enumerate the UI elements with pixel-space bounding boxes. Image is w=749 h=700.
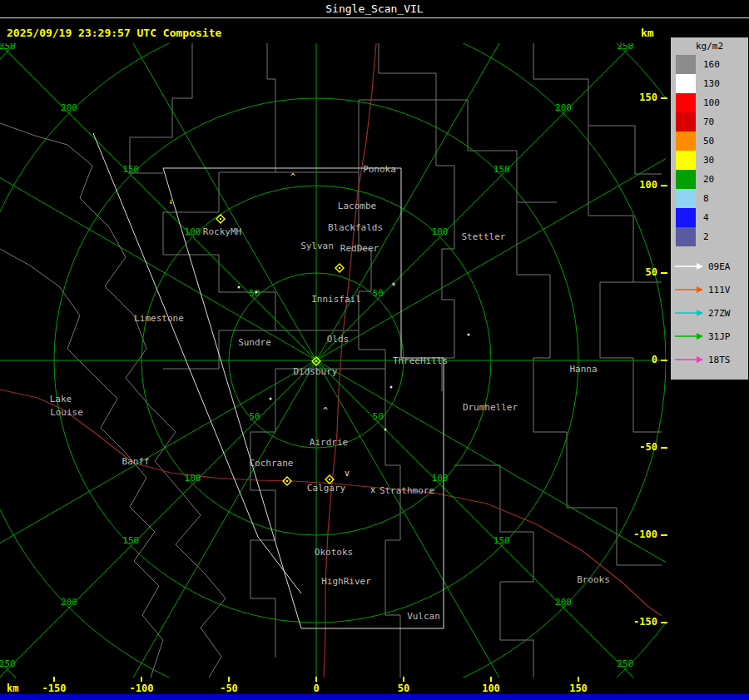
- color-scale-value: 130: [703, 78, 720, 89]
- storm-cell-glyph: *: [391, 281, 396, 290]
- radar-site-dot: [220, 218, 221, 220]
- storm-cell-dot: [384, 429, 387, 431]
- ring-distance-label: 50: [373, 411, 384, 422]
- y-axis-tick: [661, 272, 667, 274]
- x-axis-label: -150: [36, 683, 72, 694]
- city-label: Sundre: [238, 337, 271, 348]
- track-id-label: 31JP: [708, 331, 731, 342]
- radial-line: [316, 360, 666, 593]
- city-label: Lake: [50, 394, 72, 405]
- track-arrow-head: [697, 356, 703, 363]
- municipal-boundary: [436, 100, 454, 391]
- x-axis-label: 50: [385, 683, 422, 694]
- city-label: Didsbury: [294, 366, 338, 377]
- scan-timestamp: 2025/09/19 23:29:57 UTC Composite: [7, 27, 221, 39]
- radial-line: [83, 360, 316, 678]
- color-scale-row: 70: [671, 112, 748, 132]
- ring-distance-label: 100: [432, 226, 449, 237]
- color-swatch: [676, 208, 696, 227]
- storm-cell-dot: [390, 386, 393, 389]
- color-swatch: [676, 132, 696, 151]
- city-label: Olds: [327, 334, 350, 345]
- city-label: Banff: [122, 456, 149, 467]
- color-scale-value: 20: [703, 174, 714, 185]
- ring-distance-label: 100: [432, 473, 449, 484]
- color-scale-value: 8: [703, 193, 709, 204]
- city-label: ThreeHills: [393, 355, 448, 366]
- y-axis-tick: [661, 622, 667, 623]
- x-axis-tick: [53, 677, 55, 682]
- track-arrow-icon: [674, 355, 704, 365]
- color-scale-row: 2: [671, 227, 748, 246]
- municipal-boundary: [275, 100, 359, 172]
- ring-distance-label: 150: [494, 535, 510, 546]
- color-scale-row: 20: [671, 170, 748, 189]
- track-arrow-icon: [674, 285, 704, 295]
- track-id-label: 27ZW: [708, 308, 731, 319]
- track-arrow-head: [697, 286, 703, 293]
- y-axis-label: 0: [624, 354, 657, 365]
- municipal-boundary: [517, 202, 567, 508]
- x-axis-label: -50: [211, 683, 247, 694]
- storm-cell-dot: [468, 334, 470, 336]
- city-label: Okotoks: [315, 547, 353, 558]
- ring-distance-label: 50: [249, 411, 260, 422]
- city-label: Strathmore: [379, 485, 434, 496]
- track-arrow-icon: [674, 308, 704, 318]
- color-scale-value: 100: [703, 97, 720, 108]
- x-axis-tick: [141, 677, 142, 682]
- legend-panel: kg/m2 16013010070503020842 09EA111V27ZW3…: [671, 37, 748, 380]
- city-label: Stettler: [462, 231, 506, 242]
- x-axis-tick: [228, 677, 230, 682]
- y-axis-tick: [661, 185, 667, 186]
- city-label: Louise: [50, 407, 83, 418]
- track-arrow-head: [697, 263, 703, 270]
- track-id-label: 09EA: [708, 261, 731, 272]
- x-axis-label: 150: [560, 683, 597, 694]
- radar-map-canvas[interactable]: 5050505010010010010015015015015020020020…: [0, 43, 666, 678]
- ring-distance-label: 100: [185, 473, 201, 484]
- color-scale-row: 4: [671, 208, 748, 227]
- color-scale: 16013010070503020842: [671, 55, 748, 246]
- y-axis-tick: [661, 97, 667, 99]
- municipal-boundary: [130, 43, 192, 173]
- color-swatch: [676, 227, 696, 246]
- track-legend: 09EA111V27ZW31JP18TS: [671, 255, 748, 371]
- y-axis-label: 150: [624, 92, 657, 103]
- municipal-boundary: [454, 465, 533, 678]
- city-label: RedDeer: [340, 243, 379, 254]
- track-arrow-head: [697, 310, 703, 316]
- x-axis-tick: [578, 677, 579, 682]
- y-axis-tick: [661, 534, 667, 536]
- color-scale-value: 70: [703, 117, 714, 127]
- track-arrow-icon: [674, 331, 704, 341]
- ring-distance-label: 200: [555, 102, 572, 113]
- y-axis-unit-label: km: [641, 27, 654, 39]
- color-scale-row: 50: [671, 132, 748, 151]
- color-scale-value: 2: [703, 231, 709, 242]
- storm-cell-glyph: x: [370, 485, 375, 494]
- color-swatch: [676, 189, 696, 208]
- ring-distance-label: 250: [617, 43, 633, 52]
- track-legend-row: 18TS: [671, 348, 748, 371]
- y-axis-tick: [661, 360, 667, 361]
- y-axis-label: -50: [624, 441, 657, 453]
- track-id-label: 18TS: [708, 355, 731, 365]
- city-label: Limestone: [134, 313, 184, 324]
- ring-distance-label: 200: [61, 102, 77, 113]
- x-axis-label: 0: [298, 683, 335, 694]
- color-scale-value: 4: [703, 212, 709, 223]
- color-swatch: [676, 93, 696, 112]
- municipal-boundary: [0, 123, 226, 678]
- color-swatch: [676, 74, 696, 93]
- color-scale-row: 100: [671, 93, 748, 112]
- color-swatch: [676, 112, 696, 132]
- ring-distance-label: 250: [0, 43, 16, 52]
- radar-site-dot: [315, 360, 317, 362]
- color-scale-value: 30: [703, 155, 714, 166]
- city-label: RockyMH: [203, 226, 241, 237]
- radar-site-dot: [286, 480, 288, 482]
- color-scale-row: 160: [671, 55, 748, 74]
- color-scale-row: 8: [671, 189, 748, 208]
- legend-unit-label: kg/m2: [671, 41, 748, 52]
